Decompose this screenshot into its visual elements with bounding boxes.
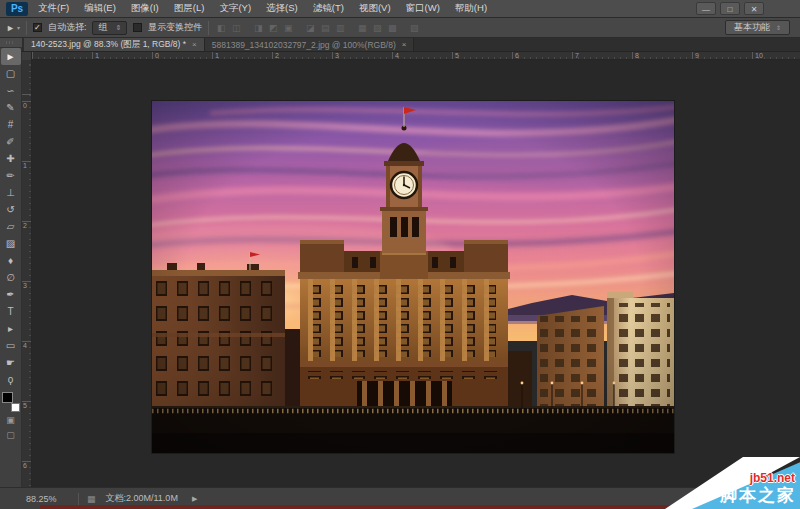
align-top-edges-icon: ◩ (267, 23, 279, 33)
align-bottom-edges-icon: ◪ (304, 23, 316, 33)
menu-item[interactable]: 帮助(H) (455, 2, 487, 15)
ruler-number: 9 (695, 52, 699, 59)
path-selection-tool[interactable]: ▸ (1, 320, 21, 337)
document-tab-title: 5881389_134102032797_2.jpg @ 100%(RGB/8) (212, 40, 396, 50)
clone-stamp-tool[interactable]: ⊥ (1, 184, 21, 201)
background-color-swatch[interactable] (11, 403, 20, 412)
menu-bar: Ps 文件(F)编辑(E)图像(I)图层(L)文字(Y)选择(S)滤镜(T)视图… (0, 0, 800, 18)
canvas-pasteboard[interactable] (32, 60, 800, 487)
align-left-edges-icon: ◧ (215, 23, 227, 33)
workspace-label: 基本功能 (734, 21, 770, 34)
ruler-number: 2 (275, 52, 279, 59)
rectangle-tool[interactable]: ▭ (1, 337, 21, 354)
ruler-number: 7 (575, 52, 579, 59)
hand-tool[interactable]: ☛ (1, 354, 21, 371)
ruler-number: 4 (23, 342, 27, 349)
distribute-right-edges-icon: ▨ (408, 23, 420, 33)
photo-canvas[interactable] (152, 101, 674, 453)
bottom-red-strip (40, 505, 688, 509)
watermark-site-name: 脚本之家 (720, 484, 796, 507)
close-button[interactable]: ✕ (744, 2, 764, 15)
separator (78, 493, 79, 505)
minimize-button[interactable]: — (696, 2, 716, 15)
distribute-top-edges-icon: ▤ (319, 23, 331, 33)
status-icon: ▦ (87, 494, 96, 504)
auto-select-label: 自动选择: (48, 21, 87, 34)
ruler-origin-corner[interactable] (22, 52, 32, 60)
ruler-number: 6 (23, 462, 27, 469)
photoshop-logo-icon: Ps (6, 2, 28, 16)
align-vertical-centers-icon: ▣ (282, 23, 294, 33)
lasso-tool[interactable]: ∽ (1, 82, 21, 99)
menu-item[interactable]: 文件(F) (38, 2, 69, 15)
status-flyout-arrow-icon[interactable]: ▶ (192, 495, 197, 503)
vertical-ruler[interactable]: 0123456 (22, 60, 32, 487)
tab-close-icon[interactable]: × (192, 40, 197, 49)
tools-panel-grip[interactable] (0, 38, 22, 48)
document-size-info: 文档:2.00M/11.0M (106, 492, 178, 505)
ruler-number: 1 (95, 52, 99, 59)
brush-tool[interactable]: ✏ (1, 167, 21, 184)
distribute-bottom-edges-icon: ▦ (356, 23, 368, 33)
photoshop-window: Ps 文件(F)编辑(E)图像(I)图层(L)文字(Y)选择(S)滤镜(T)视图… (0, 0, 800, 509)
move-tool-icon: ► (6, 23, 15, 33)
menu-item[interactable]: 图像(I) (131, 2, 159, 15)
show-transform-label: 显示变换控件 (148, 21, 202, 34)
show-transform-checkbox[interactable] (133, 23, 142, 32)
ruler-number: 10 (755, 52, 763, 59)
quick-selection-tool[interactable]: ✎ (1, 99, 21, 116)
tab-close-icon[interactable]: × (402, 40, 407, 49)
horizontal-ruler[interactable]: 1012345678910 (22, 52, 800, 60)
tab-140-2523[interactable]: 140-2523.jpg @ 88.3% (图层 1, RGB/8) * × (24, 38, 205, 51)
zoom-tool[interactable]: ϙ (1, 371, 21, 388)
maximize-button[interactable]: □ (720, 2, 740, 15)
menu-item[interactable]: 窗口(W) (406, 2, 440, 15)
auto-select-dropdown[interactable]: 组 ⇕ (92, 21, 127, 35)
ruler-number: 8 (635, 52, 639, 59)
workspace-switcher-button[interactable]: 基本功能 ⇕ (725, 20, 790, 35)
type-tool[interactable]: T (1, 303, 21, 320)
dodge-tool[interactable]: ∅ (1, 269, 21, 286)
menu-item[interactable]: 编辑(E) (84, 2, 116, 15)
distribute-vertical-centers-icon: ▥ (334, 23, 346, 33)
spot-healing-brush-tool[interactable]: ✚ (1, 150, 21, 167)
window-controls: — □ ✕ (696, 2, 764, 15)
history-brush-tool[interactable]: ↺ (1, 201, 21, 218)
updown-arrows-icon: ⇕ (776, 24, 781, 31)
color-swatches[interactable] (1, 391, 21, 413)
auto-select-checkbox[interactable]: ✓ (33, 23, 42, 32)
menu-item[interactable]: 滤镜(T) (313, 2, 344, 15)
site-watermark: jb51.net 脚本之家 (650, 457, 800, 509)
separator (208, 21, 209, 35)
menu-item[interactable]: 视图(V) (359, 2, 391, 15)
photo-vignette (152, 101, 674, 453)
quick-mask-button[interactable]: ▣ (1, 413, 21, 428)
align-buttons-group: ◧◫◨◩▣◪▤▥▦▧▩▨ (215, 23, 420, 33)
eraser-tool[interactable]: ▱ (1, 218, 21, 235)
ruler-number: 1 (23, 162, 27, 169)
zoom-level-field[interactable]: 88.25% (26, 494, 70, 504)
menu-item[interactable]: 图层(L) (174, 2, 205, 15)
foreground-color-swatch[interactable] (2, 392, 13, 403)
ruler-number: 0 (155, 52, 159, 59)
gradient-tool[interactable]: ▨ (1, 235, 21, 252)
move-tool[interactable]: ► (1, 48, 21, 65)
ruler-number: 4 (395, 52, 399, 59)
auto-select-value: 组 (98, 21, 107, 34)
pen-tool[interactable]: ✒ (1, 286, 21, 303)
crop-tool[interactable]: # (1, 116, 21, 133)
ruler-number: 3 (23, 282, 27, 289)
rectangular-marquee-tool[interactable]: ▢ (1, 65, 21, 82)
menu-item[interactable]: 选择(S) (266, 2, 298, 15)
menu-item[interactable]: 文字(Y) (219, 2, 251, 15)
ruler-number: 3 (335, 52, 339, 59)
blur-tool[interactable]: ♦ (1, 252, 21, 269)
updown-arrows-icon: ⇕ (115, 24, 121, 32)
screen-mode-button[interactable]: ▢ (1, 428, 21, 443)
tool-preset-picker[interactable]: ► ▾ (6, 23, 20, 33)
ruler-number: 1 (215, 52, 219, 59)
eyedropper-tool[interactable]: ✐ (1, 133, 21, 150)
ruler-number: 0 (23, 102, 27, 109)
separator (26, 21, 27, 35)
tab-5881389[interactable]: 5881389_134102032797_2.jpg @ 100%(RGB/8)… (205, 38, 415, 51)
